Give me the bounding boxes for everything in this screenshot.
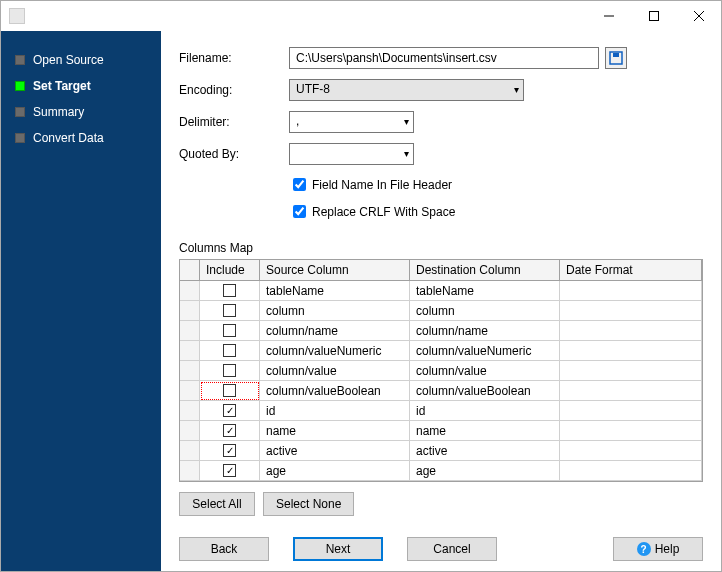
row-selector[interactable]: [180, 341, 200, 361]
include-cell[interactable]: [200, 441, 260, 461]
step-set-target[interactable]: Set Target: [1, 73, 161, 99]
format-cell[interactable]: [560, 461, 702, 481]
include-checkbox[interactable]: [223, 364, 236, 377]
field-header-checkbox[interactable]: [293, 178, 306, 191]
destination-cell[interactable]: age: [410, 461, 560, 481]
destination-cell[interactable]: column: [410, 301, 560, 321]
col-header-format[interactable]: Date Format: [560, 260, 702, 281]
format-cell[interactable]: [560, 441, 702, 461]
destination-cell[interactable]: tableName: [410, 281, 560, 301]
format-cell[interactable]: [560, 301, 702, 321]
destination-cell[interactable]: column/valueNumeric: [410, 341, 560, 361]
include-checkbox[interactable]: [223, 324, 236, 337]
format-cell[interactable]: [560, 321, 702, 341]
include-checkbox[interactable]: [223, 444, 236, 457]
source-cell[interactable]: column: [260, 301, 410, 321]
source-cell[interactable]: column/valueBoolean: [260, 381, 410, 401]
svg-rect-5: [613, 53, 619, 57]
include-checkbox[interactable]: [223, 464, 236, 477]
source-cell[interactable]: id: [260, 401, 410, 421]
minimize-button[interactable]: [586, 2, 631, 31]
help-button[interactable]: ?Help: [613, 537, 703, 561]
maximize-button[interactable]: [631, 2, 676, 31]
destination-cell[interactable]: column/name: [410, 321, 560, 341]
include-checkbox[interactable]: [223, 284, 236, 297]
table-row[interactable]: activeactive: [180, 441, 702, 461]
quoted-by-label: Quoted By:: [179, 147, 289, 161]
destination-cell[interactable]: name: [410, 421, 560, 441]
next-button[interactable]: Next: [293, 537, 383, 561]
row-selector[interactable]: [180, 461, 200, 481]
row-selector[interactable]: [180, 421, 200, 441]
close-button[interactable]: [676, 2, 721, 31]
table-row[interactable]: column/valueBooleancolumn/valueBoolean: [180, 381, 702, 401]
col-header-source[interactable]: Source Column: [260, 260, 410, 281]
include-cell[interactable]: [200, 281, 260, 301]
filename-input[interactable]: [289, 47, 599, 69]
table-row[interactable]: namename: [180, 421, 702, 441]
format-cell[interactable]: [560, 421, 702, 441]
table-row[interactable]: ageage: [180, 461, 702, 481]
encoding-label: Encoding:: [179, 83, 289, 97]
include-checkbox[interactable]: [223, 384, 236, 397]
step-open-source[interactable]: Open Source: [1, 47, 161, 73]
table-row[interactable]: columncolumn: [180, 301, 702, 321]
browse-file-button[interactable]: [605, 47, 627, 69]
row-selector[interactable]: [180, 441, 200, 461]
include-cell[interactable]: [200, 321, 260, 341]
row-selector[interactable]: [180, 301, 200, 321]
source-cell[interactable]: name: [260, 421, 410, 441]
delimiter-select[interactable]: ,▾: [289, 111, 414, 133]
format-cell[interactable]: [560, 401, 702, 421]
select-none-button[interactable]: Select None: [263, 492, 354, 516]
include-cell[interactable]: [200, 421, 260, 441]
format-cell[interactable]: [560, 361, 702, 381]
destination-cell[interactable]: id: [410, 401, 560, 421]
include-checkbox[interactable]: [223, 344, 236, 357]
include-checkbox[interactable]: [223, 304, 236, 317]
destination-cell[interactable]: active: [410, 441, 560, 461]
source-cell[interactable]: active: [260, 441, 410, 461]
source-cell[interactable]: tableName: [260, 281, 410, 301]
source-cell[interactable]: column/valueNumeric: [260, 341, 410, 361]
table-row[interactable]: column/namecolumn/name: [180, 321, 702, 341]
col-header-destination[interactable]: Destination Column: [410, 260, 560, 281]
format-cell[interactable]: [560, 281, 702, 301]
include-cell[interactable]: [200, 401, 260, 421]
quoted-by-select[interactable]: ▾: [289, 143, 414, 165]
format-cell[interactable]: [560, 381, 702, 401]
step-label: Summary: [33, 105, 84, 119]
include-checkbox[interactable]: [223, 404, 236, 417]
back-button[interactable]: Back: [179, 537, 269, 561]
select-all-button[interactable]: Select All: [179, 492, 255, 516]
encoding-select[interactable]: UTF-8▾: [289, 79, 524, 101]
include-cell[interactable]: [200, 461, 260, 481]
titlebar: [1, 1, 721, 31]
cancel-button[interactable]: Cancel: [407, 537, 497, 561]
table-row[interactable]: tableNametableName: [180, 281, 702, 301]
source-cell[interactable]: age: [260, 461, 410, 481]
columns-map-label: Columns Map: [179, 241, 703, 255]
format-cell[interactable]: [560, 341, 702, 361]
row-selector[interactable]: [180, 401, 200, 421]
row-selector[interactable]: [180, 381, 200, 401]
replace-crlf-checkbox[interactable]: [293, 205, 306, 218]
destination-cell[interactable]: column/valueBoolean: [410, 381, 560, 401]
row-selector[interactable]: [180, 361, 200, 381]
include-cell[interactable]: [200, 381, 260, 401]
include-cell[interactable]: [200, 341, 260, 361]
include-cell[interactable]: [200, 301, 260, 321]
table-row[interactable]: column/valueNumericcolumn/valueNumeric: [180, 341, 702, 361]
table-row[interactable]: column/valuecolumn/value: [180, 361, 702, 381]
include-checkbox[interactable]: [223, 424, 236, 437]
step-summary[interactable]: Summary: [1, 99, 161, 125]
col-header-include[interactable]: Include: [200, 260, 260, 281]
row-selector[interactable]: [180, 281, 200, 301]
source-cell[interactable]: column/value: [260, 361, 410, 381]
source-cell[interactable]: column/name: [260, 321, 410, 341]
step-convert-data[interactable]: Convert Data: [1, 125, 161, 151]
destination-cell[interactable]: column/value: [410, 361, 560, 381]
include-cell[interactable]: [200, 361, 260, 381]
table-row[interactable]: idid: [180, 401, 702, 421]
row-selector[interactable]: [180, 321, 200, 341]
